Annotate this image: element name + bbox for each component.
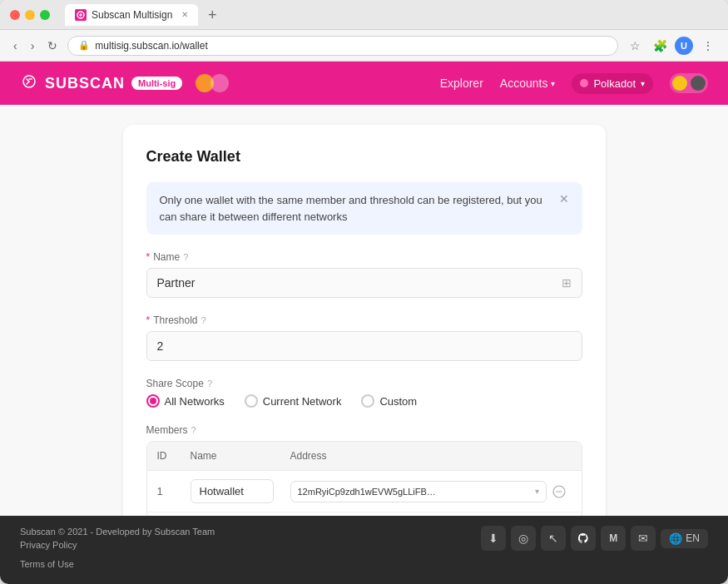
extensions-icon[interactable]: 🧩: [650, 36, 670, 56]
threshold-input[interactable]: [157, 339, 572, 353]
radio-custom-circle: [361, 394, 374, 408]
address-bar[interactable]: 🔒 multisig.subscan.io/wallet: [67, 36, 618, 56]
row-1-id: 1: [157, 485, 191, 497]
browser-titlebar: Subscan Multisign ✕ +: [0, 0, 728, 30]
name-label: * Name ?: [146, 251, 582, 263]
info-banner: Only one wallet with the same member and…: [146, 182, 582, 235]
name-input-icon: ⊞: [562, 276, 572, 290]
terms-row: Terms of Use: [20, 556, 708, 571]
row-1-address-wrap: 12mRyiCp9zdh1wEVW5gLLiFBxDPKks72rRXmS ▾: [290, 481, 547, 502]
radio-custom-label: Custom: [379, 395, 417, 408]
footer-github-icon[interactable]: [571, 526, 596, 551]
nav-explorer[interactable]: Explorer: [440, 77, 483, 90]
footer-lang-label: EN: [686, 532, 700, 544]
theme-toggle: [670, 73, 708, 93]
logo-text: SUBSCAN: [45, 75, 125, 92]
members-label: Members ?: [146, 424, 582, 436]
radio-current-network[interactable]: Current Network: [245, 394, 342, 408]
share-scope-help-icon[interactable]: ?: [207, 379, 212, 389]
tab-title: Subscan Multisign: [92, 9, 172, 21]
terms-link[interactable]: Terms of Use: [20, 559, 74, 569]
minimize-button[interactable]: [25, 10, 35, 20]
globe-icon: 🌐: [669, 532, 682, 545]
browser-tab[interactable]: Subscan Multisign ✕: [65, 4, 198, 26]
row-1-select-chevron-icon: ▾: [535, 487, 539, 496]
nav-accounts-dropdown[interactable]: Accounts ▾: [500, 77, 556, 90]
logo-area: SUBSCAN Multi-sig: [20, 72, 182, 95]
info-banner-close[interactable]: ✕: [559, 192, 569, 205]
accounts-chevron-icon: ▾: [551, 79, 555, 88]
threshold-input-wrapper: [146, 331, 582, 361]
col-action: [547, 450, 572, 462]
name-help-icon[interactable]: ?: [183, 252, 188, 262]
members-label-text: Members: [146, 424, 188, 436]
footer-links: Privacy Policy: [20, 540, 215, 550]
name-required-marker: *: [146, 251, 151, 263]
network-dot: [580, 79, 588, 87]
footer-lang-selector[interactable]: 🌐 EN: [661, 529, 708, 548]
user-avatar[interactable]: U: [675, 37, 693, 55]
row-1-address-value: 12mRyiCp9zdh1wEVW5gLLiFBxDPKks72rRXmS: [298, 487, 439, 497]
network-selector[interactable]: Polkadot ▾: [572, 73, 653, 94]
footer-circle-icon[interactable]: ◎: [511, 526, 536, 551]
tab-close-btn[interactable]: ✕: [181, 10, 188, 19]
table-header: ID Name Address: [147, 442, 582, 471]
bookmark-icon[interactable]: ☆: [625, 36, 645, 56]
nav-links: Explorer Accounts ▾ Polkadot ▾: [440, 73, 708, 94]
threshold-help-icon[interactable]: ?: [201, 315, 206, 325]
close-button[interactable]: [10, 10, 20, 20]
nav-accounts-label: Accounts: [500, 77, 548, 90]
radio-all-networks[interactable]: All Networks: [146, 394, 225, 408]
share-scope-radio-group: All Networks Current Network Custom: [146, 394, 582, 408]
name-field: * Name ? ⊞: [146, 251, 582, 298]
footer-mail-icon[interactable]: ✉: [631, 526, 656, 551]
create-wallet-card: Create Wallet Only one wallet with the s…: [123, 125, 606, 516]
name-input[interactable]: [157, 276, 562, 290]
row-1-address-select[interactable]: 12mRyiCp9zdh1wEVW5gLLiFBxDPKks72rRXmS ▾: [290, 481, 547, 502]
maximize-button[interactable]: [40, 10, 50, 20]
app-content: SUBSCAN Multi-sig Explorer Accounts ▾ Po…: [0, 62, 728, 584]
back-button[interactable]: ‹: [10, 36, 21, 56]
footer-medium-icon[interactable]: M: [601, 526, 626, 551]
members-table: ID Name Address 1 12mRyiCp9zdh1wEVW5gLL: [146, 441, 582, 516]
forward-button[interactable]: ›: [27, 36, 38, 56]
traffic-lights: [10, 10, 50, 20]
app-header: SUBSCAN Multi-sig Explorer Accounts ▾ Po…: [0, 62, 728, 105]
radio-all-networks-label: All Networks: [165, 395, 225, 408]
col-name: Name: [191, 450, 290, 462]
lock-icon: 🔒: [78, 40, 90, 51]
address-text: multisig.subscan.io/wallet: [95, 40, 207, 52]
row-1-name-input[interactable]: [191, 479, 274, 503]
polkadot-icons: [196, 74, 229, 92]
theme-light-btn[interactable]: [672, 76, 687, 91]
col-id: ID: [157, 450, 191, 462]
share-scope-field: Share Scope ? All Networks Current Netwo…: [146, 378, 582, 408]
threshold-label-text: Threshold: [153, 314, 197, 326]
members-help-icon[interactable]: ?: [191, 425, 196, 435]
footer-left: Subscan © 2021 - Developed by Subscan Te…: [20, 527, 215, 550]
share-scope-label-text: Share Scope: [146, 378, 204, 389]
row-1-remove-button[interactable]: [547, 485, 572, 498]
menu-icon[interactable]: ⋮: [698, 36, 718, 56]
threshold-required-marker: *: [146, 314, 151, 326]
browser-window: Subscan Multisign ✕ + ‹ › ↻ 🔒 multisig.s…: [0, 0, 728, 584]
radio-custom[interactable]: Custom: [361, 394, 417, 408]
table-row: 1 12mRyiCp9zdh1wEVW5gLLiFBxDPKks72rRXmS …: [147, 471, 582, 512]
radio-current-network-circle: [245, 394, 258, 408]
network-label: Polkadot: [593, 77, 636, 90]
threshold-field: * Threshold ?: [146, 314, 582, 361]
members-section: Members ? ID Name Address 1: [146, 424, 582, 516]
privacy-policy-link[interactable]: Privacy Policy: [20, 540, 77, 550]
footer-download-icon[interactable]: ⬇: [481, 526, 506, 551]
name-label-text: Name: [153, 251, 180, 263]
threshold-label: * Threshold ?: [146, 314, 582, 326]
refresh-button[interactable]: ↻: [44, 36, 61, 56]
footer-copyright: Subscan © 2021 - Developed by Subscan Te…: [20, 527, 215, 537]
theme-dark-btn[interactable]: [691, 76, 706, 91]
col-address: Address: [290, 450, 547, 462]
polkadot-icon-2: [210, 74, 229, 92]
tab-favicon: [75, 9, 87, 21]
network-chevron-icon: ▾: [641, 79, 645, 88]
footer-cursor-icon[interactable]: ↖: [541, 526, 566, 551]
new-tab-button[interactable]: +: [208, 7, 217, 22]
